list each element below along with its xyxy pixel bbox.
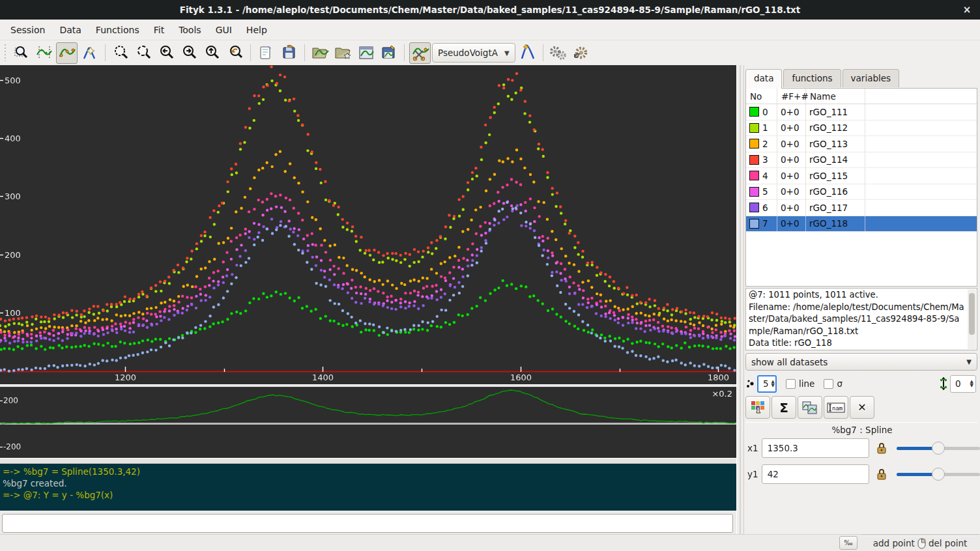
dataset-row[interactable]: 4 0+0rGO_115 — [746, 168, 977, 184]
svg-text:nam: nam — [832, 405, 843, 412]
console-line: %bg7 created. — [3, 477, 734, 489]
tab-data[interactable]: data — [745, 69, 782, 89]
dataset-buttons: Σ nam ✕ — [745, 396, 874, 419]
rename-dataset-button[interactable]: nam — [824, 396, 848, 419]
info-filename: Filename: /home/aleplo/test/Documents/Ch… — [749, 302, 964, 336]
show-datasets-value: show all datasets — [751, 357, 828, 367]
run-fit-button[interactable] — [548, 42, 569, 64]
vertical-shift-icon — [939, 377, 948, 390]
menu-session[interactable]: Session — [4, 22, 51, 38]
toolbar-separator — [543, 44, 543, 61]
copy-dataset-button[interactable] — [798, 396, 822, 419]
param-x1-input[interactable]: 1350.3 — [762, 438, 870, 458]
param-y1-slider[interactable] — [897, 468, 980, 481]
command-input[interactable] — [2, 514, 733, 533]
lock-icon[interactable] — [876, 468, 887, 481]
menu-tools[interactable]: Tools — [172, 22, 208, 38]
console-splitter[interactable] — [0, 458, 736, 464]
dataset-list: No #F+# Name 0 0+0rGO_111 1 0+0rGO_112 2… — [745, 88, 977, 287]
zoom-mode-button[interactable] — [10, 42, 32, 64]
chevron-down-icon: ▼ — [504, 49, 510, 57]
point-size-spinner[interactable]: 5 ▲▼ — [757, 375, 777, 393]
scrollbar-thumb[interactable] — [969, 293, 975, 335]
title-bar[interactable]: Fityk 1.3.1 - /home/aleplo/test/Document… — [0, 0, 980, 20]
line-checkbox[interactable] — [786, 379, 796, 389]
delete-dataset-button[interactable]: ✕ — [850, 396, 874, 419]
col-header-no[interactable]: No — [746, 89, 777, 104]
zoom-right-button[interactable] — [179, 42, 200, 64]
close-icon[interactable]: × — [960, 3, 973, 16]
menu-gui[interactable]: GUI — [209, 22, 238, 38]
shift-spinner[interactable]: 0 ▲▼ — [950, 375, 976, 393]
dataset-row[interactable]: 2 0+0rGO_113 — [746, 136, 977, 152]
color-gradient-button[interactable] — [745, 396, 770, 419]
toolbar-separator — [250, 44, 251, 61]
load-data-button[interactable] — [310, 42, 331, 64]
menu-help[interactable]: Help — [240, 22, 274, 38]
panel-splitter[interactable] — [736, 65, 744, 551]
load-data-custom-button[interactable] — [332, 42, 354, 64]
chevron-down-icon: ▼ — [966, 358, 972, 365]
param-row-x1: x1 1350.3 — [744, 438, 980, 459]
col-header-name[interactable]: Name — [806, 89, 865, 104]
menu-data[interactable]: Data — [53, 22, 87, 38]
zoom-vertical-button[interactable] — [133, 42, 154, 64]
menu-fit[interactable]: Fit — [147, 22, 171, 38]
dataset-color-swatch — [749, 139, 759, 148]
console-line: =-> %bg7 = Spline(1350.3,42) — [3, 466, 734, 477]
main-plot[interactable] — [0, 65, 736, 384]
export-data-button[interactable] — [378, 42, 399, 64]
dataset-row[interactable]: 0 0+0rGO_111 — [746, 104, 977, 120]
param-x1-slider[interactable] — [897, 442, 980, 455]
mouse-hint: add point del point — [861, 535, 979, 551]
status-bar: ‰ add point del point — [0, 534, 980, 551]
menu-functions[interactable]: Functions — [89, 22, 146, 38]
add-point-hint: add point — [873, 538, 915, 548]
baseline-mode-button[interactable] — [56, 42, 78, 64]
scrollbar[interactable] — [968, 289, 976, 349]
auto-add-peak-button[interactable] — [517, 42, 538, 64]
dataset-row[interactable]: 1 0+0rGO_112 — [746, 120, 977, 137]
data-range-mode-button[interactable] — [33, 42, 55, 64]
zoom-left-button[interactable] — [156, 42, 177, 64]
dataset-color-swatch — [749, 187, 759, 197]
fityk-window: Fityk 1.3.1 - /home/aleplo/test/Document… — [0, 0, 980, 551]
script-log-button[interactable] — [255, 42, 277, 64]
param-row-y1: y1 42 — [744, 464, 980, 485]
divider — [745, 422, 977, 423]
data-editor-button[interactable] — [355, 42, 377, 64]
slider-thumb[interactable] — [932, 468, 945, 481]
status-settings-button[interactable]: ‰ — [839, 536, 857, 550]
show-datasets-select[interactable]: show all datasets ▼ — [745, 353, 977, 371]
param-y1-input[interactable]: 42 — [762, 464, 870, 484]
dataset-color-swatch — [749, 107, 759, 117]
sigma-checkbox-label: σ — [837, 378, 843, 389]
zoom-all-button[interactable] — [110, 42, 132, 64]
lock-icon[interactable] — [876, 442, 887, 455]
save-session-button[interactable] — [278, 42, 300, 64]
function-type-select[interactable]: PseudoVoigtA ▼ — [432, 43, 515, 63]
dataset-color-swatch — [749, 155, 759, 165]
dataset-row[interactable]: 5 0+0rGO_116 — [746, 184, 977, 201]
info-points: @7: 1011 points, 1011 active. — [749, 290, 878, 300]
tab-variables[interactable]: variables — [843, 69, 900, 87]
strip-background-button[interactable] — [409, 42, 431, 64]
sigma-checkbox[interactable] — [824, 379, 833, 389]
undo-fit-button[interactable] — [571, 42, 592, 64]
tab-functions[interactable]: functions — [783, 69, 841, 87]
col-header-ff[interactable]: #F+# — [777, 89, 806, 104]
panel-tabs: data functions variables — [745, 69, 901, 89]
side-panel: data functions variables No #F+# Name 0 … — [744, 65, 980, 551]
add-peak-mode-button[interactable] — [79, 42, 100, 64]
dataset-row-selected[interactable]: 7 0+0rGO_118 — [746, 216, 977, 233]
console-output: =-> %bg7 = Spline(1350.3,42) %bg7 create… — [0, 464, 736, 511]
slider-thumb[interactable] — [932, 442, 945, 455]
dataset-row[interactable]: 3 0+0rGO_114 — [746, 152, 977, 169]
dataset-row[interactable]: 6 0+0rGO_117 — [746, 200, 977, 216]
spin-down-icon: ▼ — [771, 384, 775, 388]
dataset-list-header: No #F+# Name — [746, 89, 977, 104]
aux-plot[interactable] — [0, 387, 736, 458]
zoom-up-button[interactable] — [201, 42, 223, 64]
undo-zoom-button[interactable] — [224, 42, 246, 64]
sum-datasets-button[interactable]: Σ — [771, 396, 796, 419]
